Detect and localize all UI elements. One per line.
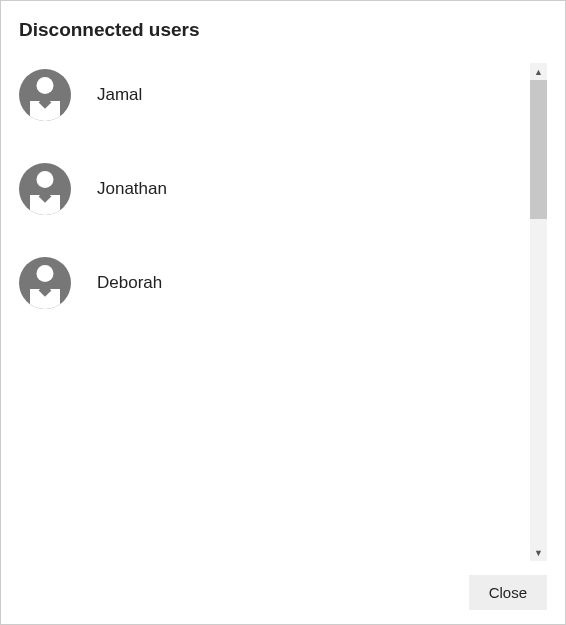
scroll-up-arrow-icon[interactable]: ▲ [530,63,547,80]
user-avatar-icon [19,69,71,121]
scroll-track[interactable] [530,80,547,544]
scrollbar[interactable]: ▲ ▼ [530,63,547,561]
list-item: Jonathan [19,163,530,215]
user-name-label: Deborah [97,273,162,293]
user-name-label: Jamal [97,85,142,105]
dialog-title: Disconnected users [19,19,547,41]
scroll-thumb[interactable] [530,80,547,219]
content-area: Jamal Jonathan Deborah ▲ ▼ [19,63,547,561]
dialog-footer: Close [19,575,547,610]
list-item: Deborah [19,257,530,309]
user-avatar-icon [19,163,71,215]
scroll-down-arrow-icon[interactable]: ▼ [530,544,547,561]
close-button[interactable]: Close [469,575,547,610]
user-avatar-icon [19,257,71,309]
user-name-label: Jonathan [97,179,167,199]
user-list: Jamal Jonathan Deborah [19,63,530,561]
list-item: Jamal [19,69,530,121]
